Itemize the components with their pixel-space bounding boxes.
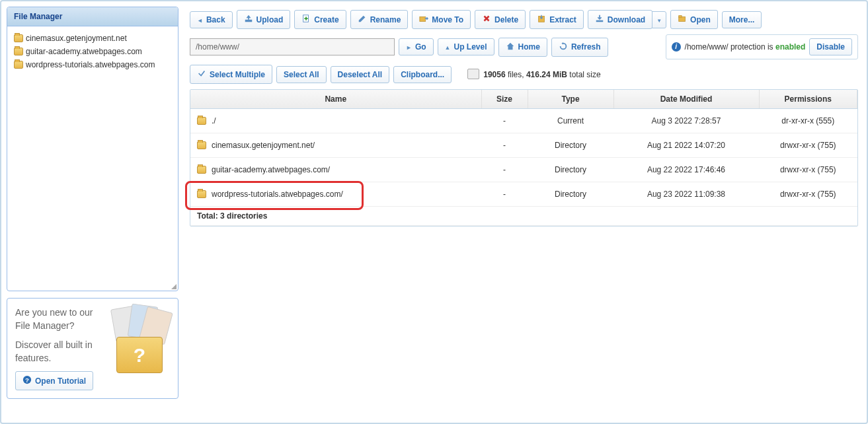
clipboard-button[interactable]: Clipboard... [393,66,452,83]
open-tutorial-button[interactable]: ? Open Tutorial [15,371,93,390]
file-date: Aug 21 2022 14:07:20 [613,133,759,158]
main-toolbar: Back Upload Create Rename Move To Delete… [190,10,858,29]
file-table: Name Size Type Date Modified Permissions… [190,90,857,226]
col-date[interactable]: Date Modified [613,90,759,109]
go-label: Go [415,42,426,52]
file-perm: drwxr-xr-x (755) [759,182,857,207]
folder-icon [197,166,206,174]
stats-l2: total size [567,70,601,79]
moveto-icon [419,14,428,25]
create-icon [301,14,311,25]
rename-button[interactable]: Rename [350,10,409,29]
protection-text: /home/www/ protection is enabled [685,42,806,52]
info-icon: i [672,42,681,52]
file-type: Directory [528,133,613,158]
file-type: Directory [528,182,613,207]
folder-icon [14,48,23,55]
extract-button[interactable]: Extract [530,10,584,29]
upload-button[interactable]: Upload [237,10,291,29]
file-table-wrap: Name Size Type Date Modified Permissions… [190,89,858,227]
file-size: - [481,158,528,182]
col-perm[interactable]: Permissions [759,90,857,109]
delete-button[interactable]: Delete [475,10,526,29]
path-input[interactable] [190,38,395,55]
svg-rect-6 [596,20,604,22]
download-dropdown[interactable] [652,11,666,28]
tutorial-text-1: Are you new to our File Manager? [15,306,101,332]
select-all-button[interactable]: Select All [276,66,327,83]
table-row[interactable]: cinemasux.getenjoyment.net/-DirectoryAug… [190,133,857,158]
home-button[interactable]: Home [498,38,547,57]
file-perm: dr-xr-xr-x (555) [759,109,857,133]
sidebar: File Manager cinemasux.getenjoyment.netg… [7,7,178,417]
table-row[interactable]: ./-CurrentAug 3 2022 7:28:57dr-xr-xr-x (… [190,109,857,133]
col-type[interactable]: Type [528,90,613,109]
open-button[interactable]: Open [670,10,718,29]
resize-handle-icon[interactable] [170,283,177,289]
file-name: wordpress-tutorials.atwebpages.com/ [212,190,343,199]
protection-bar: i /home/www/ protection is enabled Disab… [666,34,858,59]
tutorial-panel: Are you new to our File Manager? Discove… [7,298,178,399]
stats-l1: files, [506,70,526,79]
folder-icon [14,61,23,69]
chevron-down-icon [656,15,662,24]
file-name: ./ [212,116,216,125]
create-button[interactable]: Create [294,10,346,29]
rename-label: Rename [370,15,401,24]
refresh-label: Refresh [571,42,601,52]
more-button[interactable]: More... [722,11,762,28]
check-icon [197,69,206,80]
select-row: Select Multiple Select All Deselect All … [190,65,858,84]
tree-item[interactable]: cinemasux.getenjoyment.net [11,32,174,45]
total-row: Total: 3 directories [190,207,857,226]
tutorial-text-2: Discover all built in features. [15,339,101,365]
stats-text: 19056 files, 416.24 MiB total size [483,70,600,79]
upload-icon [244,14,253,25]
back-button[interactable]: Back [190,11,233,28]
open-tutorial-label: Open Tutorial [35,376,86,386]
disable-button[interactable]: Disable [809,38,852,55]
rename-icon [358,14,367,25]
tree-item[interactable]: guitar-academy.atwebpages.com [11,45,174,58]
download-icon [595,14,604,25]
file-name: guitar-academy.atwebpages.com/ [212,165,330,174]
col-name[interactable]: Name [190,90,481,109]
table-row[interactable]: guitar-academy.atwebpages.com/-Directory… [190,158,857,182]
tree-item-label: guitar-academy.atwebpages.com [26,47,142,56]
app-container: File Manager cinemasux.getenjoyment.netg… [0,0,868,424]
open-label: Open [690,15,711,24]
go-button[interactable]: Go [399,38,434,55]
table-row[interactable]: wordpress-tutorials.atwebpages.com/-Dire… [190,182,857,207]
panel-title: File Manager [7,7,178,26]
more-label: More... [729,15,755,24]
home-icon [506,42,515,53]
folder-icon [197,141,206,149]
folder-icon [197,190,206,198]
files-icon [469,70,479,79]
download-button[interactable]: Download [588,10,652,29]
tutorial-image: ? [106,304,173,376]
col-size[interactable]: Size [481,90,528,109]
tree-item[interactable]: wordpress-tutorials.atwebpages.com [11,58,174,71]
file-perm: drwxr-xr-x (755) [759,158,857,182]
select-multiple-button[interactable]: Select Multiple [190,65,272,84]
deselect-all-button[interactable]: Deselect All [331,66,390,83]
download-label: Download [608,15,645,24]
file-type: Current [528,109,613,133]
refresh-button[interactable]: Refresh [551,38,608,57]
back-label: Back [206,15,225,24]
tree-body: cinemasux.getenjoyment.netguitar-academy… [7,26,178,291]
moveto-button[interactable]: Move To [412,10,471,29]
protection-status: enabled [775,42,805,52]
file-date: Aug 22 2022 17:46:46 [613,158,759,182]
create-label: Create [314,15,338,24]
folder-icon [14,34,23,42]
tree-item-label: wordpress-tutorials.atwebpages.com [26,60,155,69]
uplevel-button[interactable]: Up Level [438,38,494,55]
extract-label: Extract [549,15,576,24]
file-name: cinemasux.getenjoyment.net/ [212,141,315,150]
folder-icon [197,117,206,125]
tree-item-label: cinemasux.getenjoyment.net [26,34,127,43]
uplevel-label: Up Level [454,42,487,52]
file-date: Aug 3 2022 7:28:57 [613,109,759,133]
